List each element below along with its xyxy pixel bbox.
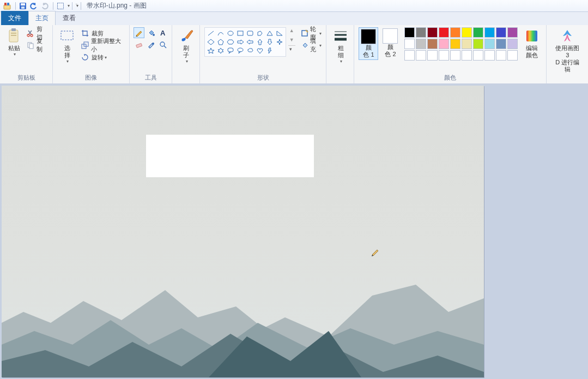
shape-rtriangle[interactable] bbox=[275, 29, 284, 37]
svg-rect-20 bbox=[136, 43, 142, 47]
shape-star6[interactable] bbox=[216, 47, 225, 55]
color-swatch[interactable] bbox=[462, 50, 472, 61]
color-swatch[interactable] bbox=[496, 39, 506, 49]
shape-arrowr[interactable] bbox=[236, 38, 245, 46]
color-swatch[interactable] bbox=[507, 50, 518, 61]
qat-separator-3 bbox=[72, 2, 72, 10]
color-swatch[interactable] bbox=[496, 50, 506, 61]
paint3d-button[interactable]: 使用画图 3 D 进行编辑 bbox=[551, 27, 584, 74]
qat-customize-icon[interactable]: ‾▾ bbox=[76, 3, 77, 8]
color-swatch[interactable] bbox=[450, 39, 460, 49]
eraser-tool[interactable] bbox=[134, 39, 144, 50]
color-swatch[interactable] bbox=[462, 27, 472, 38]
color-swatch[interactable] bbox=[404, 39, 415, 49]
svg-rect-15 bbox=[61, 31, 73, 40]
color-swatch[interactable] bbox=[450, 27, 460, 38]
color2-button[interactable]: 颜 色 2 bbox=[380, 27, 400, 59]
color1-button[interactable]: 颜 色 1 bbox=[359, 27, 378, 60]
color-swatch[interactable] bbox=[484, 50, 495, 61]
color-swatch[interactable] bbox=[427, 50, 438, 61]
shape-calloval[interactable] bbox=[236, 47, 245, 55]
shapes-scroll-down[interactable]: ▼ bbox=[288, 37, 295, 43]
color-swatch[interactable] bbox=[416, 50, 426, 61]
color-swatch[interactable] bbox=[473, 39, 483, 49]
paste-button[interactable]: 粘贴 ▾ bbox=[4, 27, 24, 58]
color-swatch[interactable] bbox=[450, 50, 460, 61]
color-swatch[interactable] bbox=[484, 39, 495, 49]
color-swatch[interactable] bbox=[404, 27, 415, 38]
size-button[interactable]: 粗 细 ▾ bbox=[331, 27, 350, 65]
shape-polygon[interactable] bbox=[256, 29, 264, 37]
color-swatch[interactable] bbox=[427, 39, 438, 49]
rotate-button[interactable]: 旋转 ▾ bbox=[79, 51, 125, 63]
shape-star4[interactable] bbox=[275, 38, 284, 46]
pencil-cursor-icon bbox=[371, 248, 380, 256]
brush-button[interactable]: 刷 子 ▾ bbox=[177, 27, 196, 65]
shape-roundrect[interactable] bbox=[246, 29, 254, 37]
select-button[interactable]: 选 择 ▾ bbox=[57, 27, 77, 65]
text-tool[interactable]: A bbox=[157, 27, 168, 38]
edit-colors-button[interactable]: 编辑 颜色 bbox=[522, 27, 542, 60]
qat-dropdown-icon[interactable]: ▾ bbox=[68, 3, 70, 8]
picker-tool[interactable] bbox=[146, 39, 156, 50]
color-swatch[interactable] bbox=[484, 27, 495, 38]
app-icon bbox=[2, 1, 12, 11]
color-swatch[interactable] bbox=[427, 27, 438, 38]
fill-tool[interactable] bbox=[146, 27, 156, 38]
shapes-scroll-up[interactable]: ▲ bbox=[288, 27, 295, 34]
shape-triangle[interactable] bbox=[265, 29, 274, 37]
redo-icon[interactable] bbox=[40, 1, 50, 11]
tab-view[interactable]: 查看 bbox=[56, 11, 83, 25]
paint3d-label: 使用画图 3 D 进行编辑 bbox=[553, 45, 581, 73]
canvas[interactable] bbox=[2, 86, 484, 377]
shape-diamond[interactable] bbox=[207, 38, 215, 46]
brush-label: 刷 子 bbox=[183, 45, 189, 59]
svg-marker-31 bbox=[208, 39, 214, 45]
save-icon[interactable] bbox=[18, 1, 28, 11]
shape-curve[interactable] bbox=[216, 29, 225, 37]
copy-button[interactable]: 复制 bbox=[25, 39, 48, 51]
shape-hexagon[interactable] bbox=[226, 38, 235, 46]
qat-separator bbox=[15, 2, 16, 10]
shape-star5[interactable] bbox=[207, 47, 215, 55]
fill-button[interactable]: 填充 ▾ bbox=[300, 39, 323, 51]
color-swatch[interactable] bbox=[439, 39, 449, 49]
pencil-tool[interactable] bbox=[134, 27, 144, 38]
outline-drop-icon: ▾ bbox=[319, 31, 322, 36]
shape-oval[interactable] bbox=[226, 29, 235, 37]
color-swatch[interactable] bbox=[507, 39, 518, 49]
color-swatch[interactable] bbox=[496, 27, 506, 38]
color-swatch[interactable] bbox=[439, 27, 449, 38]
tab-home[interactable]: 主页 bbox=[28, 11, 56, 25]
shape-line[interactable] bbox=[207, 29, 215, 37]
paste-label: 粘贴 bbox=[8, 45, 20, 52]
color-swatch[interactable] bbox=[473, 27, 483, 38]
crop-icon bbox=[80, 28, 90, 38]
shapes-gallery[interactable] bbox=[206, 29, 284, 55]
shapes-expand[interactable]: ▾ bbox=[288, 45, 295, 52]
color-swatch[interactable] bbox=[439, 50, 449, 61]
undo-icon[interactable] bbox=[29, 1, 39, 11]
shape-lightning[interactable] bbox=[265, 47, 274, 55]
color-swatch[interactable] bbox=[416, 39, 426, 49]
shape-callrect[interactable] bbox=[226, 47, 235, 55]
magnifier-tool[interactable] bbox=[157, 39, 168, 50]
color-swatch[interactable] bbox=[473, 50, 483, 61]
color-swatch[interactable] bbox=[404, 50, 415, 61]
resize-button[interactable]: 重新调整大小 bbox=[79, 39, 125, 51]
shape-callcloud[interactable] bbox=[246, 47, 254, 55]
shape-rect[interactable] bbox=[236, 29, 245, 37]
color-swatch[interactable] bbox=[507, 27, 518, 38]
size-icon bbox=[333, 28, 348, 44]
shape-arrowd[interactable] bbox=[265, 38, 274, 46]
shape-arrowu[interactable] bbox=[256, 38, 264, 46]
qat-selection-icon[interactable] bbox=[56, 1, 65, 11]
svg-rect-41 bbox=[228, 48, 233, 52]
shape-pentagon[interactable] bbox=[216, 38, 225, 46]
shape-arrowl[interactable] bbox=[246, 38, 254, 46]
color-swatch[interactable] bbox=[416, 27, 426, 38]
color-palette[interactable] bbox=[404, 27, 518, 61]
shape-heart[interactable] bbox=[256, 47, 264, 55]
color-swatch[interactable] bbox=[462, 39, 472, 49]
tab-file[interactable]: 文件 bbox=[1, 11, 28, 25]
